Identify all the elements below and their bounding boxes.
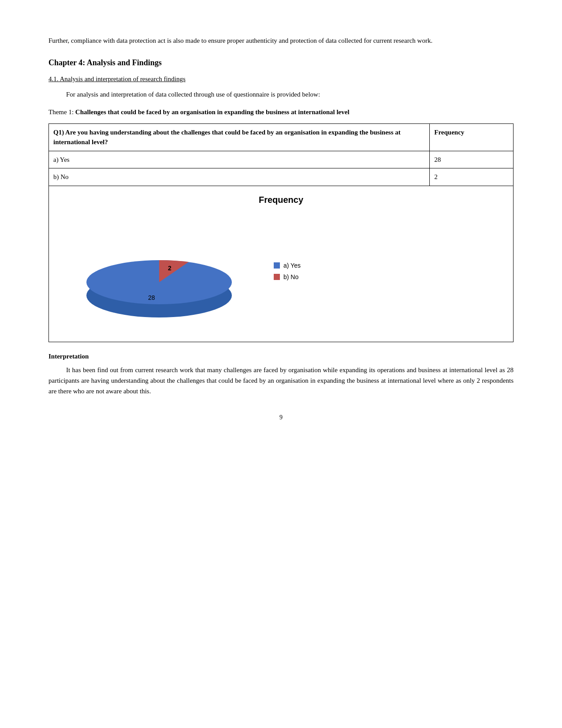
interpretation-text: It has been find out from current resear… [48,365,514,396]
table-row-yes-value: 28 [430,151,514,168]
chart-area: 2 28 a) Yes b) No [53,214,509,329]
legend-color-yes [274,262,280,269]
theme-text: Theme 1: Challenges that could be faced … [48,107,514,118]
intro-paragraph: Further, compliance with data protection… [48,35,514,46]
chart-legend: a) Yes b) No [274,262,301,280]
page: Further, compliance with data protection… [0,0,562,728]
chart-container: Frequency [48,186,514,342]
chart-label-no: 2 [168,265,171,272]
chapter-heading: Chapter 4: Analysis and Findings [48,58,514,67]
table-row-no-label: b) No [49,168,430,186]
table-question: Q1) Are you having understanding about t… [49,123,430,151]
theme-label: Theme 1: [48,108,75,116]
pie-chart: 2 28 [67,214,256,329]
data-table: Q1) Are you having understanding about t… [48,123,514,186]
section-heading: 4.1. Analysis and interpretation of rese… [48,75,514,83]
legend-color-no [274,274,280,280]
chart-label-yes: 28 [148,294,155,301]
section-intro: For analysis and interpretation of data … [48,89,514,100]
chart-title: Frequency [53,195,509,205]
table-row-no-value: 2 [430,168,514,186]
interpretation-heading: Interpretation [48,353,514,360]
legend-item-no: b) No [274,273,301,280]
legend-label-yes: a) Yes [283,262,301,269]
pie-svg: 2 28 [67,214,256,329]
legend-label-no: b) No [283,273,298,280]
legend-item-yes: a) Yes [274,262,301,269]
theme-content: Challenges that could be faced by an org… [75,108,350,116]
table-freq-header: Frequency [430,123,514,151]
page-number: 9 [48,414,514,421]
table-row-yes-label: a) Yes [49,151,430,168]
